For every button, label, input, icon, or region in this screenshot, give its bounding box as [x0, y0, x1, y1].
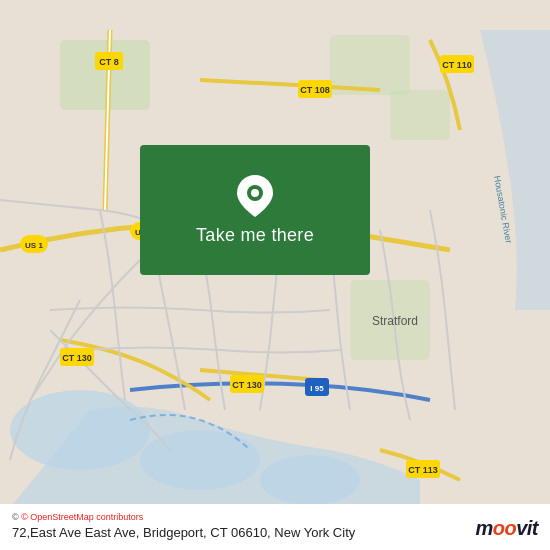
address-line: 72,East Ave East Ave, Bridgeport, CT 066… [12, 525, 538, 540]
take-me-there-label: Take me there [196, 225, 314, 246]
svg-rect-3 [60, 40, 150, 110]
svg-rect-5 [390, 90, 450, 140]
svg-text:CT 110: CT 110 [442, 60, 472, 70]
location-pin-icon [237, 175, 273, 217]
svg-text:Housatonic River: Housatonic River [492, 175, 514, 244]
map-container: CT 8 CT 108 CT 110 US 1 US 1 US 1 CT 130… [0, 0, 550, 550]
attribution-symbol: © [12, 512, 21, 522]
openstreetmap-link[interactable]: © OpenStreetMap contributors [21, 512, 143, 522]
svg-text:CT 113: CT 113 [408, 465, 438, 475]
bottom-bar: © © OpenStreetMap contributors 72,East A… [0, 504, 550, 550]
attribution: © © OpenStreetMap contributors [12, 512, 538, 522]
moovit-badge: moovit [475, 517, 538, 540]
svg-text:I 95: I 95 [310, 384, 324, 393]
svg-text:Stratford: Stratford [372, 314, 418, 328]
map-svg: CT 8 CT 108 CT 110 US 1 US 1 US 1 CT 130… [0, 0, 550, 550]
svg-text:CT 130: CT 130 [232, 380, 262, 390]
svg-text:CT 130: CT 130 [62, 353, 92, 363]
svg-text:CT 108: CT 108 [300, 85, 330, 95]
moovit-logo: moovit [475, 517, 538, 540]
take-me-there-callout[interactable]: Take me there [140, 145, 370, 275]
svg-text:US 1: US 1 [25, 241, 43, 250]
svg-text:CT 8: CT 8 [99, 57, 119, 67]
app-container: CT 8 CT 108 CT 110 US 1 US 1 US 1 CT 130… [0, 0, 550, 550]
svg-point-32 [251, 189, 259, 197]
